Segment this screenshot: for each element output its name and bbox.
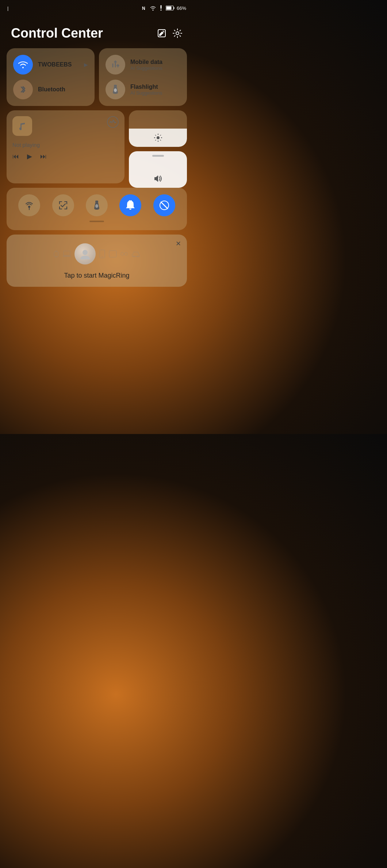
svg-line-17 [160, 140, 161, 141]
svg-point-7 [176, 32, 179, 35]
next-button[interactable]: ⏭ [40, 153, 47, 160]
magic-ring-label: Tap to start MagicRing [12, 272, 181, 279]
flashlight-icon-circle [106, 80, 125, 99]
bluetooth-icon-circle [13, 80, 33, 99]
mobile-data-sub: AI Suggestions [130, 65, 162, 71]
volume-icon [153, 175, 163, 183]
music-not-playing-label: Not playing [12, 142, 119, 148]
wifi-row: TWOBEEBS ▶ [13, 55, 88, 75]
svg-line-16 [155, 135, 156, 136]
music-note-box [12, 116, 32, 136]
flashlight-text: Flashlight AI Suggestions [130, 84, 162, 96]
status-right: N 66% [142, 5, 186, 11]
mr-icon-laptop [63, 251, 71, 257]
flashlight-row: Flashlight AI Suggestions [106, 80, 180, 99]
alert-icon [158, 5, 164, 11]
music-controls: ⏮ ▶ ⏭ [12, 152, 119, 160]
quick-actions-tile [7, 188, 187, 230]
play-button[interactable]: ▶ [27, 152, 32, 160]
svg-point-39 [137, 256, 139, 258]
dnd-button[interactable] [153, 194, 175, 216]
mobile-flashlight-tile[interactable]: Mobile data AI Suggestions Flashlight AI… [99, 48, 187, 106]
row-2: Not playing ⏮ ▶ ⏭ [7, 110, 187, 183]
wifi-ssid-label: TWOBEEBS [38, 61, 72, 68]
notifications-button[interactable] [119, 194, 141, 216]
wifi-status-icon [150, 5, 156, 11]
screenshot-button[interactable] [52, 194, 74, 216]
svg-point-36 [124, 252, 127, 255]
mr-icon-earbuds [120, 251, 128, 257]
edit-button[interactable] [157, 28, 166, 38]
magic-ring-icons-row [12, 240, 181, 267]
flashlight-sub: AI Suggestions [130, 90, 162, 96]
prev-button[interactable]: ⏮ [12, 153, 19, 160]
hotspot-button[interactable] [18, 194, 40, 216]
brightness-tile[interactable] [129, 110, 187, 147]
bluetooth-row: Bluetooth [13, 80, 88, 99]
svg-point-9 [114, 88, 117, 92]
brightness-volume-col [129, 110, 187, 183]
svg-rect-26 [54, 252, 58, 257]
music-wave-btn[interactable] [107, 116, 119, 128]
svg-point-38 [133, 256, 135, 258]
header: Control Center [0, 15, 194, 48]
svg-rect-4 [173, 7, 174, 9]
mr-avatar [74, 243, 96, 264]
svg-rect-5 [166, 7, 171, 10]
svg-point-35 [121, 252, 124, 255]
flashlight-quick-button[interactable] [86, 194, 108, 216]
bluetooth-label: Bluetooth [38, 86, 65, 93]
row-1: TWOBEEBS ▶ Bluetooth [7, 48, 187, 106]
flashlight-title: Flashlight [130, 84, 162, 90]
signal-strength: | [7, 5, 8, 11]
wifi-icon-circle [13, 55, 33, 75]
status-bar: | N 66% [0, 0, 194, 15]
svg-rect-27 [55, 250, 57, 252]
svg-rect-34 [109, 251, 116, 257]
svg-rect-2 [160, 9, 161, 11]
mobile-data-title: Mobile data [130, 59, 162, 65]
volume-tile[interactable] [129, 151, 187, 188]
battery-percent: 66% [177, 5, 186, 11]
page-title: Control Center [11, 26, 103, 41]
wifi-arrow-icon: ▶ [84, 62, 88, 68]
mr-icon-car [131, 251, 140, 257]
svg-point-11 [157, 136, 160, 139]
mr-icon-watch [53, 250, 59, 258]
magic-ring-close-button[interactable]: ✕ [176, 240, 181, 248]
quick-actions-row [12, 194, 181, 216]
svg-text:N: N [142, 6, 145, 11]
mr-icon-phone [99, 250, 105, 258]
svg-rect-1 [160, 5, 161, 9]
volume-handle [152, 155, 164, 157]
mr-icon-tablet [109, 250, 117, 258]
control-grid: TWOBEEBS ▶ Bluetooth [0, 48, 194, 287]
header-actions [157, 28, 183, 38]
svg-point-23 [95, 204, 98, 208]
nfc-icon: N [142, 5, 147, 11]
mobile-data-text: Mobile data AI Suggestions [130, 59, 162, 71]
settings-button[interactable] [172, 28, 183, 38]
brightness-fill [129, 129, 187, 147]
svg-point-33 [102, 256, 103, 257]
battery-icon [166, 5, 175, 11]
svg-rect-8 [114, 85, 117, 87]
quick-actions-divider [89, 221, 104, 222]
music-tile[interactable]: Not playing ⏮ ▶ ⏭ [7, 110, 124, 183]
wifi-bluetooth-tile[interactable]: TWOBEEBS ▶ Bluetooth [7, 48, 95, 106]
mobile-data-row: Mobile data AI Suggestions [106, 55, 180, 75]
mobile-data-icon-circle [106, 55, 125, 75]
volume-bottom [129, 175, 187, 183]
music-top [12, 116, 119, 136]
svg-line-25 [161, 202, 168, 209]
brightness-icon [154, 133, 162, 142]
svg-line-18 [160, 135, 161, 136]
svg-point-31 [83, 250, 88, 255]
svg-rect-30 [63, 256, 71, 257]
svg-line-19 [155, 140, 156, 141]
svg-rect-22 [95, 201, 98, 203]
svg-rect-29 [64, 251, 70, 255]
magic-ring-tile[interactable]: ✕ [7, 235, 187, 287]
svg-rect-28 [55, 256, 57, 258]
